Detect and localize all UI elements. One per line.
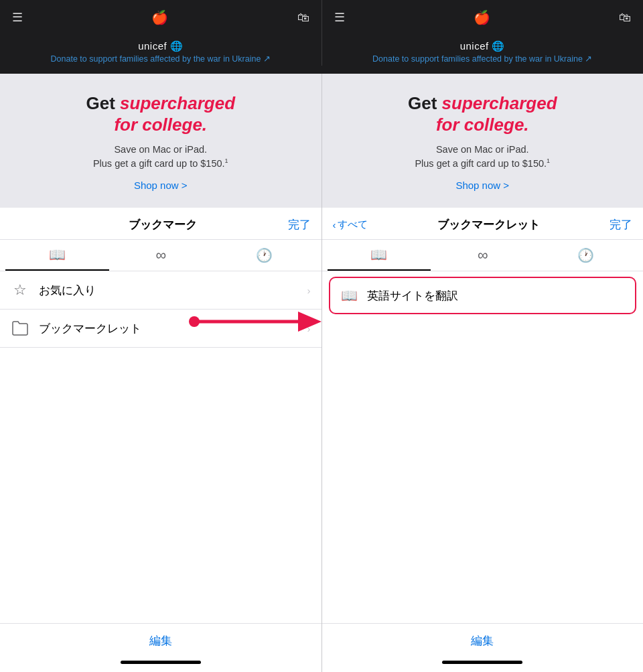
history-tab-icon: 🕐 [256,247,273,263]
left-tab-reading[interactable]: ∞ [109,240,213,271]
apple-logo-left: 🍎 [151,9,168,25]
back-label[interactable]: すべて [338,218,368,231]
favorites-chevron: › [307,285,311,296]
right-reading-tab-icon: ∞ [478,247,488,264]
store-section-right: Get superchargedfor college. Save on Mac… [322,74,644,208]
bookmarklets-label: ブックマークレット [39,321,307,336]
browser-bars: ☰ 🍎 🛍 ⋯ ☰ 🍎 🛍 [0,0,643,35]
left-edit-bar: 編集 [0,624,322,655]
right-edit-bar: 編集 [322,624,644,655]
unicef-banner-right[interactable]: unicef 🌐 Donate to support families affe… [322,35,644,66]
bookmark-item-bookmarklets[interactable]: ブックマークレット › [0,310,322,348]
right-edit-button[interactable]: 編集 [471,633,494,649]
folder-icon-wrap [11,319,29,338]
store-subtext-left: Save on Mac or iPad.Plus get a gift card… [16,143,305,172]
bookmark-item-favorites[interactable]: ☆ お気に入り › [0,271,322,310]
heading-highlight-left: superchargedfor college. [114,93,235,135]
apple-logo-right: 🍎 [474,9,490,25]
store-heading-right: Get superchargedfor college. [338,92,628,136]
store-sections: Get superchargedfor college. Save on Mac… [0,74,643,208]
unicef-text-right: Donate to support families affected by t… [372,54,592,66]
bookmarklet-book-icon: 📖 [341,287,358,304]
right-home-indicator-wrap [322,655,644,672]
panels-wrapper: ブックマーク 完了 📖 ∞ 🕐 ☆ お気に入り › [0,208,643,672]
store-subtext-right: Save on Mac or iPad.Plus get a gift card… [338,143,628,172]
left-panel-title: ブックマーク [129,217,197,232]
left-home-indicator [121,661,201,664]
bookmarklet-translate-label: 英語サイトを翻訳 [367,288,458,304]
left-panel: ブックマーク 完了 📖 ∞ 🕐 ☆ お気に入り › [0,208,322,672]
heading-normal-left: Get [86,93,120,113]
shop-now-right[interactable]: Shop now > [455,180,509,191]
browser-bar-right: ☰ 🍎 🛍 [322,0,644,35]
right-bookmark-tab-icon: 📖 [370,247,387,263]
store-heading-left: Get superchargedfor college. [16,92,305,136]
bag-icon-left[interactable]: 🛍 [297,11,309,25]
browser-bar-left: ☰ 🍎 🛍 ⋯ [0,0,322,35]
right-home-indicator-container [322,661,644,664]
right-history-tab-icon: 🕐 [577,247,594,263]
heading-highlight-right: superchargedfor college. [436,93,557,135]
heading-normal-right: Get [408,93,442,113]
bookmarklet-item-translate[interactable]: 📖 英語サイトを翻訳 [329,277,637,314]
left-home-indicator-container [0,661,322,664]
right-panel: ‹ すべて ブックマークレット 完了 📖 ∞ 🕐 📖 英語サイトを翻訳 [322,208,644,672]
unicef-banner-left[interactable]: unicef 🌐 Donate to support families affe… [0,35,322,66]
left-tab-bar: 📖 ∞ 🕐 [0,240,322,271]
right-bottom-bar: 編集 [322,623,644,655]
menu-icon-right[interactable]: ☰ [334,10,345,25]
right-home-indicator [442,661,522,664]
left-tab-history[interactable]: 🕐 [212,240,316,271]
menu-icon-left[interactable]: ☰ [12,10,23,25]
left-panel-done[interactable]: 完了 [288,217,311,232]
right-tab-reading[interactable]: ∞ [431,240,534,271]
right-panel-done[interactable]: 完了 [610,217,632,232]
unicef-banners: unicef 🌐 Donate to support families affe… [0,35,643,74]
unicef-logo-right: unicef 🌐 [460,40,505,52]
right-panel-back[interactable]: ‹ すべて [333,218,368,231]
unicef-logo-left: unicef 🌐 [138,40,183,52]
bookmarklets-chevron: › [307,323,311,334]
superscript-left: 1 [225,157,228,164]
bookmarklet-list: 📖 英語サイトを翻訳 [322,271,644,623]
unicef-text-left: Donate to support families affected by t… [51,54,271,66]
favorites-label: お気に入り [39,283,307,298]
star-icon: ☆ [13,281,27,299]
left-edit-button[interactable]: 編集 [149,633,172,649]
left-home-indicator-wrap [0,655,322,672]
back-chevron-icon: ‹ [333,219,336,230]
bag-icon-right[interactable]: 🛍 [619,11,631,25]
left-bottom-bar: 編集 [0,623,322,655]
right-panel-title: ブックマークレット [437,217,540,232]
superscript-right: 1 [547,157,550,164]
bookmark-tab-icon: 📖 [49,247,66,263]
right-tab-bookmarks[interactable]: 📖 [328,240,431,271]
left-panel-header: ブックマーク 完了 [0,208,322,240]
shop-now-left[interactable]: Shop now > [134,180,188,191]
bookmark-list: ☆ お気に入り › ブックマークレット › [0,271,322,623]
reading-tab-icon: ∞ [155,247,165,264]
right-panel-header: ‹ すべて ブックマークレット 完了 [322,208,644,240]
folder-icon [11,321,29,336]
right-tab-history[interactable]: 🕐 [534,240,638,271]
store-section-left: Get superchargedfor college. Save on Mac… [0,74,322,208]
left-tab-bookmarks[interactable]: 📖 [5,240,109,271]
star-icon-wrap: ☆ [11,281,29,299]
right-tab-bar: 📖 ∞ 🕐 [322,240,644,271]
